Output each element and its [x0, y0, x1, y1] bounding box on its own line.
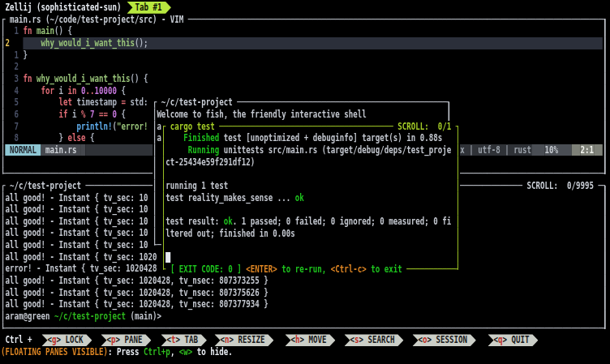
cargo-output-line: │ │ [161, 203, 460, 216]
text-segment [367, 109, 447, 120]
text-segment [72, 25, 603, 36]
text-segment: Zellij (sophisticated-sun) [6, 2, 122, 13]
keybind-ribbon-tab[interactable]: <t> TAB [161, 334, 206, 346]
cargo-output-line: │ct-25434e59f291df12) │ [161, 156, 460, 169]
text-segment: < [346, 334, 354, 345]
text-segment [23, 37, 41, 49]
text-segment [148, 37, 603, 49]
text-segment: fn [23, 25, 32, 36]
cargo-output-line: │ │ [161, 239, 460, 251]
text-segment: SESSION [436, 334, 467, 345]
text-segment [165, 144, 187, 156]
keybind-ribbon-pane[interactable]: <p> PANE [101, 334, 151, 346]
text-segment: error! - Instant { tv_sec: 1020428 [6, 263, 157, 274]
text-segment: all good! - Instant { tv_sec: 10 [6, 227, 148, 238]
text-segment: all good! - Instant { tv_sec: 1020428, t… [6, 275, 268, 286]
text-segment: running 1 test [165, 180, 228, 191]
shell-output-line: │all good! - Instant { tv_sec: 1020428, … [1, 275, 608, 287]
text-segment: (main) [130, 310, 157, 322]
cargo-output-line: │running 1 test │ [161, 180, 460, 192]
text-segment: , [170, 346, 179, 358]
text-segment: all good! - Instant { tv_sec: 10 [6, 192, 148, 203]
text-segment: ~/c/test-project [161, 96, 233, 108]
keybind-ribbon-move[interactable]: <h> MOVE [285, 334, 335, 346]
text-segment: ────────────────────────────────────────… [183, 14, 603, 25]
text-segment: main [37, 25, 54, 36]
text-segment: 1 [6, 49, 24, 61]
cargo-pane-title[interactable]: ┌ cargo test ───────────────────────────… [161, 121, 460, 133]
text-segment: ─────────────────────────────────────── [215, 121, 393, 132]
text-segment: . 1 passed; 0 failed; 0 ignored; 0 measu… [233, 216, 451, 227]
text-segment: main.rs (~/code/test-project/src) - VIM [10, 14, 183, 25]
shell-output-line: │all good! - Instant { tv_sec: 1020428, … [1, 287, 608, 299]
text-segment: < [102, 334, 111, 345]
keybind-ribbon-quit[interactable]: <q> QUIT [488, 334, 538, 346]
keybind-ribbon-search[interactable]: <s> SEARCH [344, 334, 403, 346]
vim-pane-title[interactable]: ┌ main.rs (~/code/test-project/src) - VI… [1, 14, 608, 26]
text-segment [126, 85, 603, 96]
text-segment: <Ctrl-c> [331, 263, 367, 275]
text-segment: 4 [6, 85, 24, 96]
text-segment [23, 85, 41, 96]
text-segment: Finished [183, 132, 219, 143]
text-segment: 5 [6, 96, 24, 108]
text-segment [165, 263, 170, 275]
text-segment: TAB [185, 334, 198, 345]
text-segment: test [unoptimized + debuginfo] target(s)… [219, 132, 442, 143]
text-segment: if [58, 109, 67, 120]
text-segment [28, 49, 603, 61]
text-segment: 8 [6, 132, 24, 143]
text-segment [23, 109, 58, 120]
fish-welcome-line: │Welcome to fish, the friendly interacti… [152, 109, 451, 121]
text-segment: all good! - Instant { tv_sec: 1020428, t… [6, 298, 268, 310]
text-segment: > [300, 334, 309, 345]
vim-buffer-line: │ 1 } │ [1, 49, 608, 62]
cargo-output-line: │ │ [161, 168, 460, 180]
vim-buffer-line: │ 4 for i in 0..10000 { │ [1, 85, 608, 97]
text-segment [23, 61, 603, 72]
pane-border-line [2, 19, 3, 174]
text-segment: > [503, 334, 512, 345]
text-segment [161, 310, 603, 322]
text-segment: .. [85, 85, 94, 96]
cargo-pane-exit-border: └ [ EXIT CODE: 0 ] <ENTER> to re-run, <C… [161, 263, 460, 276]
text-segment: [ EXIT CODE: 0 ] [170, 263, 246, 275]
text-segment: i [67, 109, 80, 120]
text-segment: > [427, 334, 436, 345]
text-segment: (); [135, 37, 148, 49]
text-segment: SEARCH [368, 334, 395, 345]
terminal-cursor [165, 252, 170, 263]
text-segment: 7 [90, 109, 95, 120]
vim-buffer-line: │2 why_would_i_want_this(); │ [1, 37, 608, 49]
text-segment [165, 251, 455, 263]
text-segment: unittests src/main.rs (target/debug/deps… [219, 144, 451, 156]
text-segment: == [99, 109, 108, 120]
text-segment: RESIZE [238, 334, 265, 345]
text-segment: fn [23, 73, 32, 84]
vim-buffer-line: │ 2 │ [1, 61, 608, 73]
text-segment [165, 203, 455, 215]
cargo-test-floating-pane[interactable]: ┌ cargo test ───────────────────────────… [161, 121, 460, 276]
text-segment: std: [126, 96, 148, 108]
text-segment: i [54, 85, 67, 96]
pane-border-line [604, 19, 605, 174]
text-segment: < [286, 334, 295, 345]
text-segment: ~/c/test-project [10, 180, 81, 191]
cargo-output-line: │ Running unittests src/main.rs (target/… [161, 144, 460, 156]
text-segment: o [423, 334, 427, 345]
text-segment: { [117, 109, 126, 120]
text-segment: MOVE [309, 334, 327, 345]
tab-ribbon[interactable]: Tab #1 [127, 2, 171, 14]
text-segment: why_would_i_want_this [41, 37, 134, 49]
text-segment: why_would_i_want_this [37, 73, 130, 84]
text-segment: ct-25434e59f291df12) [165, 156, 255, 168]
keybind-ribbon-resize[interactable]: <n> RESIZE [214, 334, 273, 346]
vim-buffer-line: │ 1 fn main() { │ [1, 25, 608, 37]
keybind-ribbon-lock[interactable]: <g> LOCK [41, 334, 92, 346]
text-segment: < [414, 334, 423, 345]
text-segment: for [41, 85, 54, 96]
keybind-ribbon-session[interactable]: <o> SESSION [412, 334, 475, 346]
fish-pane-title[interactable]: ┌ ~/c/test-project ─────────────────────… [152, 96, 451, 109]
text-segment: <ENTER> [246, 263, 277, 275]
text-segment: test reality_makes_sense ... [165, 192, 294, 203]
